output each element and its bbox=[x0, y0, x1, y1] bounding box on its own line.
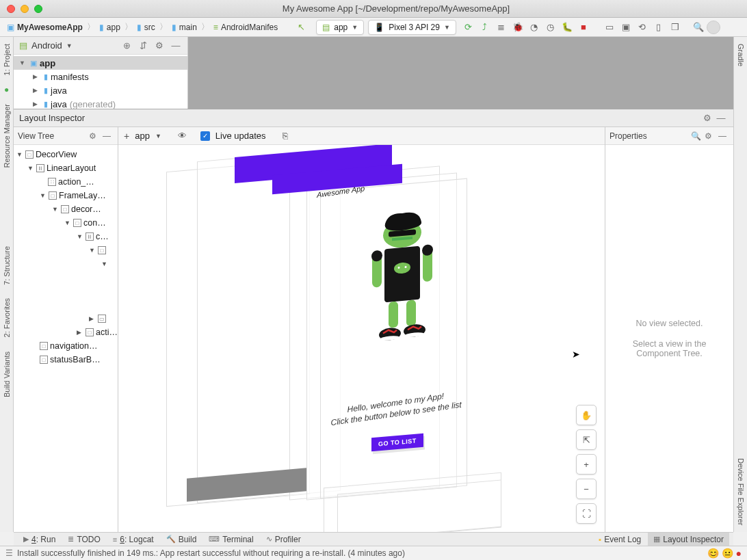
vt-label: c… bbox=[96, 232, 109, 241]
fit-button[interactable]: ⛶ bbox=[576, 503, 597, 524]
tree-row-java-gen[interactable]: ▶ ▮ java (generated) bbox=[14, 97, 187, 109]
canvas-3d-view[interactable]: Awesome App bbox=[118, 145, 605, 532]
chevron-down-icon[interactable]: ▼ bbox=[19, 59, 27, 66]
apply-changes-button[interactable]: ⤴ bbox=[477, 20, 493, 35]
chevron-down-icon: ▼ bbox=[352, 24, 358, 31]
add-process-button[interactable]: + bbox=[124, 131, 129, 142]
hide-icon[interactable]: — bbox=[103, 131, 114, 141]
pan-button[interactable]: ✋ bbox=[576, 405, 597, 425]
vt-row[interactable]: ▼□ bbox=[14, 243, 118, 257]
chevron-right-icon[interactable]: ▶ bbox=[33, 87, 41, 94]
search-button[interactable]: 🔍 bbox=[690, 20, 707, 35]
process-label[interactable]: app bbox=[135, 131, 150, 141]
tab-build[interactable]: 🔨Build bbox=[161, 533, 202, 546]
zoom-in-button[interactable]: + bbox=[576, 454, 597, 475]
account-avatar[interactable] bbox=[707, 21, 720, 34]
vt-row[interactable]: ∷action_… bbox=[14, 175, 118, 189]
view-tree[interactable]: ▼□DecorView ▼⫼LinearLayout ∷action_… ▼□F… bbox=[14, 145, 118, 532]
zoom-window-button[interactable] bbox=[34, 5, 42, 13]
run-config-label: app bbox=[334, 23, 348, 32]
tab-structure[interactable]: 7: Structure bbox=[1, 239, 12, 292]
vt-row[interactable]: ▼□FrameLay… bbox=[14, 189, 118, 202]
hide-icon[interactable]: — bbox=[714, 113, 728, 123]
tab-terminal[interactable]: ⌨Terminal bbox=[203, 533, 259, 546]
avd-manager-button[interactable]: ▭ bbox=[601, 20, 618, 35]
status-message: Install successfully finished in 149 ms.… bbox=[17, 548, 405, 558]
hide-icon[interactable]: — bbox=[170, 40, 182, 52]
folder-icon: ▮ bbox=[44, 86, 48, 95]
tree-row-app[interactable]: ▼ ▣ app bbox=[14, 56, 187, 70]
tree-row-manifests[interactable]: ▶ ▮ manifests bbox=[14, 70, 187, 83]
project-mode-label[interactable]: Android bbox=[31, 40, 62, 51]
debug-button[interactable]: 🐞 bbox=[510, 20, 526, 35]
reset-view-button[interactable]: ⇱ bbox=[576, 429, 597, 450]
tab-eventlog[interactable]: ▪Event Log bbox=[593, 533, 646, 546]
tab-project[interactable]: 1: Project bbox=[1, 37, 12, 82]
tab-logcat[interactable]: ≡6: Logcat bbox=[107, 533, 159, 546]
minimize-window-button[interactable] bbox=[21, 5, 29, 13]
chevron-right-icon[interactable]: ▶ bbox=[33, 73, 41, 80]
gear-icon[interactable]: ⚙ bbox=[153, 40, 166, 52]
hide-icon[interactable]: — bbox=[718, 131, 729, 141]
run-config-combo[interactable]: ▤ app ▼ bbox=[316, 20, 364, 35]
gear-icon[interactable]: ⚙ bbox=[89, 131, 100, 141]
gear-icon[interactable]: ⚙ bbox=[705, 131, 716, 141]
eye-icon[interactable]: 👁 bbox=[178, 131, 187, 141]
indent-button[interactable]: ≣ bbox=[493, 20, 510, 35]
gear-icon[interactable]: ⚙ bbox=[700, 113, 714, 123]
restart-button[interactable]: ⟳ bbox=[460, 20, 477, 35]
vt-row[interactable]: □statusBarB… bbox=[14, 353, 118, 366]
vt-row[interactable]: ▼⫼LinearLayout bbox=[14, 161, 118, 175]
folder-icon: ▮ bbox=[172, 23, 176, 32]
tab-profiler[interactable]: ∿Profiler bbox=[261, 533, 306, 546]
attach-debugger-button[interactable]: 🐛 bbox=[559, 20, 575, 35]
tab-resource-manager[interactable]: Resource Manager bbox=[1, 97, 12, 175]
tree-row-java[interactable]: ▶ ▮ java bbox=[14, 83, 187, 97]
vt-row[interactable]: ▼□con… bbox=[14, 216, 118, 230]
device-manager-button[interactable]: ▯ bbox=[651, 20, 667, 35]
feedback-neutral-icon[interactable]: 😐 bbox=[722, 548, 733, 559]
tab-build-variants[interactable]: Build Variants bbox=[1, 345, 12, 404]
device-combo[interactable]: 📱 Pixel 3 API 29 ▼ bbox=[368, 20, 456, 35]
back-navigate-button[interactable]: ↖ bbox=[293, 20, 309, 35]
tab-layout-inspector[interactable]: ▦Layout Inspector bbox=[648, 533, 729, 546]
tab-todo[interactable]: ≣TODO bbox=[62, 533, 105, 546]
vt-row[interactable]: □navigation… bbox=[14, 339, 118, 353]
snapshot-icon[interactable]: ⎘ bbox=[283, 131, 288, 141]
collapse-icon[interactable]: ⇵ bbox=[137, 40, 149, 52]
close-window-button[interactable] bbox=[7, 5, 15, 13]
sync-button[interactable]: ⟲ bbox=[634, 20, 651, 35]
chevron-down-icon[interactable]: ▼ bbox=[66, 42, 73, 49]
vt-row[interactable]: ▼□DecorView bbox=[14, 148, 118, 161]
tab-device-file-explorer[interactable]: Device File Explorer bbox=[735, 451, 746, 532]
zoom-out-button[interactable]: − bbox=[576, 479, 597, 499]
vt-row[interactable]: ▼ bbox=[14, 257, 118, 271]
live-updates-checkbox[interactable]: ✓ bbox=[200, 131, 210, 141]
tab-run[interactable]: ▶4: Run bbox=[18, 533, 61, 546]
tab-favorites[interactable]: 2: Favorites bbox=[1, 291, 12, 344]
vt-row[interactable]: ▼□decor… bbox=[14, 202, 118, 216]
properties-empty: No view selected. Select a view in the C… bbox=[605, 145, 733, 532]
search-icon[interactable]: 🔍 bbox=[691, 131, 702, 141]
chevron-right-icon: 〉 bbox=[124, 21, 133, 33]
vt-label: FrameLay… bbox=[59, 191, 106, 200]
feedback-happy-icon[interactable]: 😊 bbox=[707, 548, 719, 559]
layers-button[interactable]: ❒ bbox=[667, 20, 683, 35]
coverage-button[interactable]: ◔ bbox=[526, 20, 542, 35]
status-icon[interactable]: ☰ bbox=[5, 548, 13, 558]
vt-row[interactable]: ▼⫼c… bbox=[14, 230, 118, 243]
target-icon[interactable]: ⊕ bbox=[120, 40, 133, 52]
tab-gradle[interactable]: Gradle bbox=[735, 37, 746, 73]
vt-row[interactable]: ▶▭ bbox=[14, 312, 118, 325]
project-tree[interactable]: ▼ ▣ app ▶ ▮ manifests ▶ ▮ java ▶ ▮ j bbox=[14, 55, 187, 109]
folder-icon: ▮ bbox=[44, 72, 48, 81]
breadcrumb[interactable]: ▣ MyAwesomeApp 〉 ▮ app 〉 ▮ src 〉 ▮ main … bbox=[4, 20, 280, 34]
tab-dot-icon[interactable]: ● bbox=[4, 82, 9, 97]
sdk-manager-button[interactable]: ▣ bbox=[618, 20, 634, 35]
vt-row[interactable]: ▶□acti… bbox=[14, 325, 118, 339]
profile-button[interactable]: ◷ bbox=[542, 20, 559, 35]
feedback-sad-icon[interactable]: ● bbox=[736, 548, 742, 559]
stop-button[interactable]: ■ bbox=[575, 20, 592, 35]
chevron-right-icon[interactable]: ▶ bbox=[33, 101, 41, 107]
chevron-down-icon[interactable]: ▼ bbox=[155, 133, 161, 139]
